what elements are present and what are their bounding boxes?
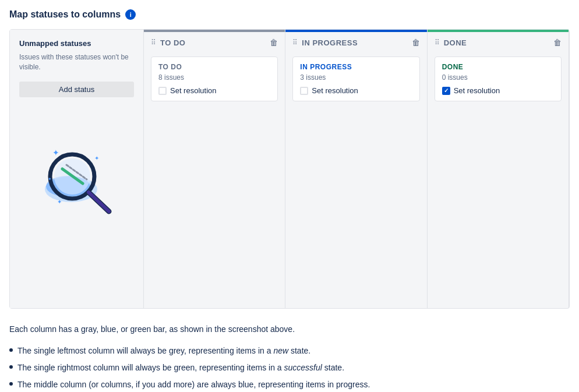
status-card-inprogress: IN PROGRESS 3 issues Set resolution (292, 56, 419, 101)
bullet-item-2: The single rightmost column will always … (9, 362, 570, 374)
illustration-area: ✦ ✦ ✦ ✦ (19, 125, 134, 218)
column-todo: ⠿ TO DO 🗑 TO DO 8 issues Set resolution (144, 30, 285, 308)
resolution-checkbox-done[interactable] (442, 87, 450, 95)
resolution-label-inprogress: Set resolution (312, 86, 358, 95)
resolution-row-done: Set resolution (442, 86, 554, 95)
bullet-item-1: The single leftmost column will always b… (9, 345, 570, 357)
bullet-text-2: The single rightmost column will always … (17, 362, 344, 374)
resolution-checkbox-todo[interactable] (158, 87, 167, 95)
resolution-row-inprogress: Set resolution (300, 86, 412, 95)
column-body-todo: TO DO 8 issues Set resolution (144, 52, 285, 308)
bullet-dot-3 (9, 382, 13, 386)
columns-area: ⠿ TO DO 🗑 TO DO 8 issues Set resolution (144, 30, 569, 308)
unmapped-description: Issues with these statuses won't be visi… (19, 52, 134, 72)
svg-line-5 (89, 192, 109, 211)
delete-icon-done[interactable]: 🗑 (553, 38, 562, 47)
column-header-left-done: ⠿ DONE (435, 38, 467, 47)
svg-text:✦: ✦ (48, 176, 52, 182)
resolution-checkbox-inprogress[interactable] (300, 87, 308, 95)
board-container: Unmapped statuses Issues with these stat… (9, 29, 570, 309)
page-title: Map statuses to columns (9, 9, 121, 20)
add-column-button[interactable]: + (576, 37, 579, 60)
column-inprogress: ⠿ IN PROGRESS 🗑 IN PROGRESS 3 issues Set… (285, 30, 427, 308)
svg-text:✦: ✦ (94, 155, 99, 161)
column-header-done: ⠿ DONE 🗑 (428, 32, 569, 52)
status-label-todo: TO DO (158, 63, 270, 71)
unmapped-title: Unmapped statuses (19, 39, 134, 48)
bullet-text-3: The middle column (or columns, if you ad… (17, 379, 370, 391)
svg-text:✦: ✦ (57, 199, 62, 205)
drag-handle-done[interactable]: ⠿ (435, 38, 440, 47)
column-header-inprogress: ⠿ IN PROGRESS 🗑 (285, 32, 426, 52)
status-label-done: DONE (442, 63, 554, 71)
drag-handle-todo[interactable]: ⠿ (151, 38, 157, 47)
status-label-inprogress: IN PROGRESS (300, 63, 412, 71)
column-header-left-inprogress: ⠿ IN PROGRESS (292, 38, 358, 47)
empty-state-illustration: ✦ ✦ ✦ ✦ (30, 125, 123, 218)
column-header-left-todo: ⠿ TO DO (151, 38, 185, 47)
column-body-inprogress: IN PROGRESS 3 issues Set resolution (285, 52, 426, 308)
column-name-todo: TO DO (160, 38, 185, 47)
delete-icon-todo[interactable]: 🗑 (270, 38, 278, 47)
resolution-label-done: Set resolution (454, 86, 500, 95)
description-intro: Each column has a gray, blue, or green b… (9, 323, 570, 336)
status-card-todo: TO DO 8 issues Set resolution (151, 56, 278, 101)
column-header-todo: ⠿ TO DO 🗑 (144, 32, 285, 52)
svg-text:✦: ✦ (52, 148, 59, 157)
bullet-text-1: The single leftmost column will always b… (17, 345, 310, 357)
delete-icon-inprogress[interactable]: 🗑 (412, 38, 420, 47)
description-section: Each column has a gray, blue, or green b… (9, 323, 570, 391)
drag-handle-inprogress[interactable]: ⠿ (292, 38, 298, 47)
resolution-row-todo: Set resolution (158, 86, 270, 95)
status-card-done: DONE 0 issues Set resolution (435, 56, 562, 101)
add-status-button[interactable]: Add status (19, 82, 134, 97)
column-done: ⠿ DONE 🗑 DONE 0 issues Set resolution (428, 30, 569, 308)
issue-count-todo: 8 issues (158, 73, 270, 82)
column-name-done: DONE (444, 38, 467, 47)
bullet-dot-1 (9, 348, 13, 352)
issue-count-inprogress: 3 issues (300, 73, 412, 82)
unmapped-panel: Unmapped statuses Issues with these stat… (10, 30, 144, 308)
bullet-dot-2 (9, 365, 13, 369)
bullet-item-3: The middle column (or columns, if you ad… (9, 379, 570, 391)
column-name-inprogress: IN PROGRESS (302, 38, 358, 47)
page-header: Map statuses to columns i (9, 9, 570, 20)
bullet-list: The single leftmost column will always b… (9, 345, 570, 391)
issue-count-done: 0 issues (442, 73, 554, 82)
info-icon[interactable]: i (125, 9, 136, 20)
column-body-done: DONE 0 issues Set resolution (428, 52, 569, 308)
resolution-label-todo: Set resolution (170, 86, 217, 95)
